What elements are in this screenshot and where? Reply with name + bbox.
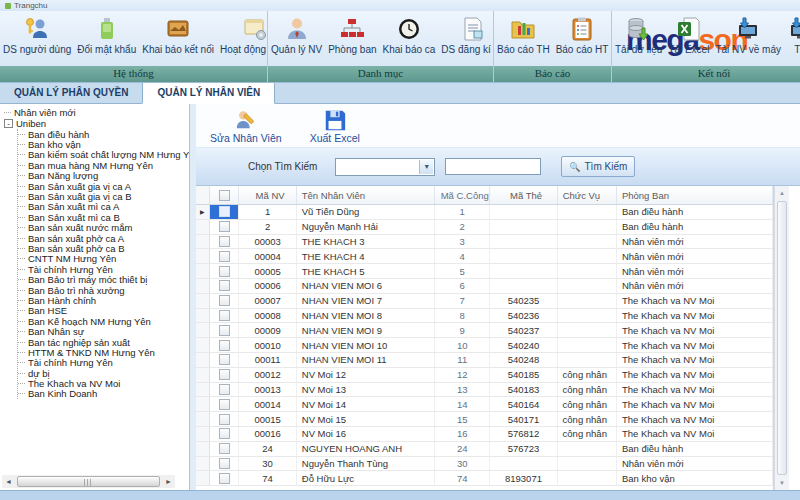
- row-checkbox-cell[interactable]: [210, 353, 240, 367]
- tree-item-du-bi[interactable]: dự bị: [18, 368, 189, 378]
- row-checkbox[interactable]: [219, 443, 230, 454]
- row-checkbox[interactable]: [219, 266, 230, 277]
- tree-item-ban-kinh-doanh[interactable]: Ban Kinh Doanh: [18, 389, 189, 399]
- row-checkbox[interactable]: [219, 458, 230, 469]
- ribbon-button-bao-cao-ht[interactable]: Báo cáo HT: [553, 14, 612, 57]
- row-checkbox-cell[interactable]: [210, 368, 240, 382]
- tree-item-ban-ieu-hanh[interactable]: Ban điều hành: [18, 129, 189, 139]
- home-tab-label[interactable]: Trangchu: [14, 1, 48, 10]
- tree-collapse-icon[interactable]: -: [4, 119, 13, 128]
- row-checkbox[interactable]: [219, 354, 230, 365]
- row-checkbox-cell[interactable]: [210, 427, 240, 441]
- tree-item-ban-ke-hoach-nm-hung-yen[interactable]: Ban Kế hoạch NM Hưng Yên: [18, 316, 189, 326]
- table-row[interactable]: 00003THE KHACH 33Nhân viên mới: [196, 235, 773, 250]
- search-type-combobox[interactable]: ▼: [335, 158, 435, 176]
- scrollbar-thumb[interactable]: [17, 476, 160, 487]
- table-row[interactable]: 00015NV Moi 1515540171công nhânThe Khach…: [196, 412, 773, 427]
- row-checkbox-cell[interactable]: [210, 279, 240, 293]
- row-checkbox[interactable]: [219, 340, 230, 351]
- table-row[interactable]: 00012NV Moi 1212540185công nhânThe Khach…: [196, 368, 773, 383]
- tree-item-tai-chinh-hung-yen[interactable]: Tài chính Hưng Yên: [18, 264, 189, 274]
- ribbon-button-ta[interactable]: Tả: [784, 14, 800, 57]
- row-checkbox[interactable]: [219, 295, 230, 306]
- row-checkbox[interactable]: [219, 221, 230, 232]
- row-checkbox[interactable]: [219, 310, 230, 321]
- column-header-ma-c-cong[interactable]: Mã C.Công: [435, 186, 490, 204]
- tab-quan-ly-nhan-vien[interactable]: QUẢN LÝ NHÂN VIÊN: [142, 82, 275, 104]
- row-checkbox-cell[interactable]: [210, 323, 240, 337]
- grid-vertical-scrollbar[interactable]: ▲ ▼: [774, 186, 789, 490]
- table-row[interactable]: 00005THE KHACH 55Nhân viên mới: [196, 264, 773, 279]
- table-row[interactable]: 00006NHAN VIEN MOI 66Nhân viên mới: [196, 279, 773, 294]
- column-header-ma-nv[interactable]: Mã NV: [239, 186, 296, 204]
- row-checkbox[interactable]: [219, 399, 230, 410]
- tree-item-ban-kiem-soat-chat-luong-nm-hung-yen[interactable]: Ban kiểm soát chất lượng NM Hưng Yên: [18, 150, 189, 160]
- tree-item-ban-san-xuat-mi-ca-b[interactable]: Ban Sản xuất mì ca B: [18, 212, 189, 222]
- row-checkbox-cell[interactable]: [210, 235, 240, 249]
- row-checkbox[interactable]: [219, 473, 230, 484]
- tree-item-ban-nhan-su[interactable]: Ban Nhân sự: [18, 326, 189, 336]
- tree-item-ban-bao-tri-nha-xuong[interactable]: Ban Bảo trì nhà xưởng: [18, 285, 189, 295]
- table-row[interactable]: 24NGUYEN HOANG ANH24576723Ban điều hành: [196, 442, 773, 457]
- tree-item-ban-nang-luong[interactable]: Ban Năng lượng: [18, 171, 189, 181]
- scroll-left-icon[interactable]: ◄: [2, 475, 15, 488]
- tree-item-ban-san-xuat-gia-vi-ca-a[interactable]: Ban Sản xuất gia vị ca A: [18, 181, 189, 191]
- row-checkbox[interactable]: [219, 428, 230, 439]
- ribbon-button-quan-ly-nv[interactable]: Quản lý NV: [268, 14, 325, 57]
- table-row[interactable]: 00009NHAN VIEN MOI 99540237The Khach va …: [196, 323, 773, 338]
- table-row[interactable]: 74Đỗ Hữu Lực748193071Ban kho vận: [196, 471, 773, 486]
- row-checkbox[interactable]: [219, 325, 230, 336]
- table-row[interactable]: 00007NHAN VIEN MOI 77540235The Khach va …: [196, 294, 773, 309]
- row-checkbox[interactable]: [219, 251, 230, 262]
- export-excel-button[interactable]: Xuất Excel: [310, 108, 360, 144]
- column-header-chuc-vu[interactable]: Chức Vụ: [558, 186, 617, 204]
- column-header-ma-the[interactable]: Mã Thẻ: [490, 186, 557, 204]
- row-checkbox[interactable]: [219, 236, 230, 247]
- row-checkbox-cell[interactable]: [210, 249, 240, 263]
- table-row[interactable]: 00016NV Moi 1616576812công nhânThe Khach…: [196, 427, 773, 442]
- scrollbar-thumb[interactable]: [777, 201, 787, 475]
- row-checkbox[interactable]: [219, 369, 230, 380]
- ribbon-button-phong-ban[interactable]: Phòng ban: [325, 14, 379, 57]
- tree-item-ban-kho-van[interactable]: Ban kho vận: [18, 139, 189, 149]
- row-checkbox-cell[interactable]: [210, 309, 240, 323]
- row-checkbox-cell[interactable]: [210, 397, 240, 411]
- table-row[interactable]: 00010NHAN VIEN MOI 1010540240The Khach v…: [196, 338, 773, 353]
- row-checkbox-cell[interactable]: [210, 264, 240, 278]
- chevron-down-icon[interactable]: ▼: [419, 160, 433, 174]
- table-row[interactable]: 2Nguyễn Mạnh Hải2Ban điều hành: [196, 220, 773, 235]
- table-row[interactable]: 30Nguyễn Thanh Tùng30Nhân viên mới: [196, 457, 773, 472]
- tree-item-ban-mua-hang-nm-hung-yen[interactable]: Ban mua hàng NM Hưng Yên: [18, 160, 189, 170]
- row-checkbox-cell[interactable]: [210, 220, 240, 234]
- ribbon-button-khai-bao-ca[interactable]: Khai báo ca: [380, 14, 439, 57]
- ribbon-button-oi-mat-khau[interactable]: Đổi mật khẩu: [74, 14, 139, 57]
- table-row[interactable]: 00004THE KHACH 44Nhân viên mới: [196, 249, 773, 264]
- table-row[interactable]: 00008NHAN VIEN MOI 88540236The Khach va …: [196, 309, 773, 324]
- scroll-up-icon[interactable]: ▲: [775, 186, 789, 200]
- row-checkbox[interactable]: [219, 384, 230, 395]
- ribbon-button-tai-excel[interactable]: Tải Excel: [665, 14, 712, 57]
- tree-item-ban-san-xuat-nuoc-mam[interactable]: Ban sản xuất nước mắm: [18, 223, 189, 233]
- row-checkbox-cell[interactable]: [210, 412, 240, 426]
- tree-item-cntt-nm-hung-yen[interactable]: CNTT NM Hưng Yên: [18, 254, 189, 264]
- tab-quan-ly-phan-quyen[interactable]: QUẢN LÝ PHÂN QUYỀN: [0, 83, 142, 103]
- tree-item-new-employees[interactable]: Nhân viên mới: [4, 107, 189, 118]
- edit-employee-button[interactable]: Sửa Nhân Viên: [210, 108, 282, 144]
- tree-item-ban-tac-nghiep-san-xuat[interactable]: Ban tác nghiệp sản xuất: [18, 337, 189, 347]
- row-checkbox[interactable]: [219, 414, 230, 425]
- tree-item-httm-tnkd-nm-hung-yen[interactable]: HTTM & TNKD NM Hưng Yên: [18, 347, 189, 357]
- scroll-down-icon[interactable]: ▼: [775, 476, 789, 490]
- select-all-checkbox-cell[interactable]: [210, 186, 240, 204]
- tree-item-uniben[interactable]: - Uniben: [4, 118, 189, 129]
- row-checkbox-cell[interactable]: [210, 205, 240, 219]
- row-checkbox-cell[interactable]: [210, 442, 240, 456]
- search-input[interactable]: [445, 158, 541, 175]
- scroll-right-icon[interactable]: ►: [162, 475, 175, 488]
- tree-item-ban-san-xuat-mi-ca-a[interactable]: Ban Sản xuất mì ca A: [18, 202, 189, 212]
- ribbon-button-hoat-ong-khac[interactable]: Hoạt động khác: [217, 14, 268, 57]
- search-button[interactable]: 🔍 Tìm Kiếm: [561, 156, 635, 177]
- table-row[interactable]: 00014NV Moi 1414540164công nhânThe Khach…: [196, 397, 773, 412]
- ribbon-button-tai-du-lieu[interactable]: Tải dữ liệu: [612, 14, 665, 57]
- ribbon-button-ds-ang-ki-an[interactable]: DS đăng kí ăn: [438, 14, 494, 57]
- row-checkbox-cell[interactable]: [210, 294, 240, 308]
